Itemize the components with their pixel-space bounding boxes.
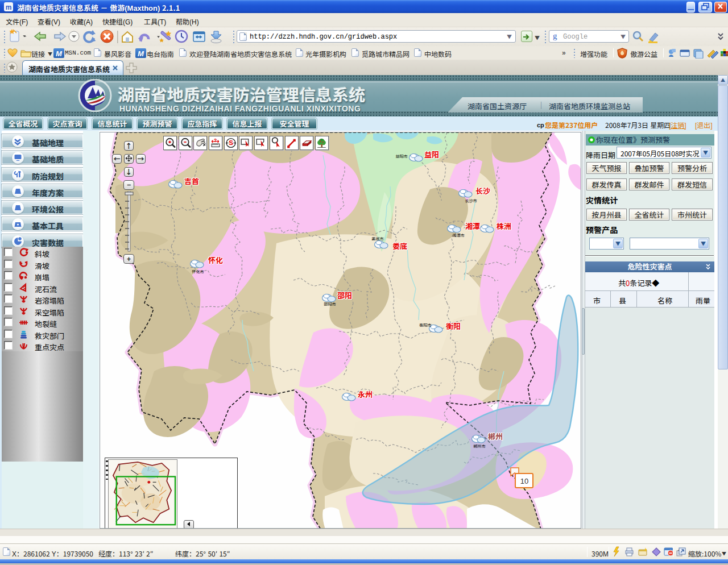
svg-text:10: 10 [520, 477, 528, 485]
svg-text:S: S [229, 138, 233, 147]
svg-text:?: ? [214, 136, 217, 143]
